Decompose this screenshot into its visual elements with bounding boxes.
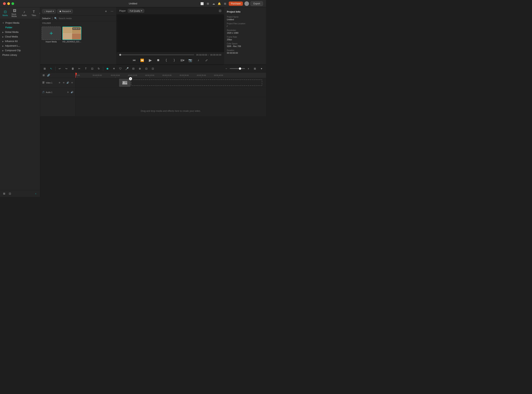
tab-stock-media[interactable]: 🖼 Stock Media <box>10 8 20 18</box>
sidebar-item-photos-library[interactable]: Photos Library <box>0 53 40 57</box>
lock-track-button[interactable]: 👁 <box>62 81 65 84</box>
undo-button[interactable]: ↩ <box>57 66 62 71</box>
crop-tool[interactable]: ⊡ <box>90 66 95 71</box>
add-track-button[interactable]: ⊞ <box>42 73 46 77</box>
sidebar-item-project-media[interactable]: ▼ Project Media <box>0 21 40 25</box>
export-button[interactable]: Export <box>251 1 263 6</box>
close-button[interactable] <box>3 2 6 5</box>
mark-out-button[interactable]: } <box>172 57 177 63</box>
subtitle-icon[interactable]: ⬜ <box>200 1 204 6</box>
user-avatar[interactable] <box>244 1 249 6</box>
hide-track-button[interactable]: 👁 <box>70 81 74 84</box>
purchase-button[interactable]: Purchase <box>229 1 243 6</box>
collapse-sidebar-button[interactable]: ‹ <box>33 191 38 196</box>
search-input[interactable] <box>59 17 114 20</box>
record-button[interactable]: ⏺ Record ▾ <box>57 9 73 14</box>
more-options-icon[interactable]: ⋯ <box>109 9 114 14</box>
mute-track-button[interactable]: 🔊 <box>66 81 70 84</box>
player-expand-icon[interactable]: ⊡ <box>219 9 221 13</box>
sidebar-item-compound-clip[interactable]: ▶ Compound Clip <box>0 48 40 53</box>
progress-handle[interactable] <box>119 54 121 56</box>
video-media-item[interactable]: 00:00:03 VID_20240913_015155 <box>62 26 81 63</box>
detach-tool[interactable]: ⊟ <box>131 66 136 71</box>
tab-media[interactable]: ⊡ Media <box>0 9 10 17</box>
audio-button[interactable]: ♪ <box>196 57 201 63</box>
zoom-slider[interactable] <box>230 68 245 69</box>
sidebar-item-adjustment[interactable]: ▶ Adjustment L... <box>0 44 40 48</box>
add-button[interactable]: ⊡ <box>8 191 12 196</box>
sidebar-bottom-bar: ⊞ ⊡ ‹ <box>0 190 40 197</box>
vp-cell-3 <box>63 33 72 40</box>
delete-button[interactable]: 🗑 <box>70 66 76 71</box>
import-button[interactable]: ↓ Import ▾ <box>42 9 56 14</box>
screen-record-icon[interactable]: ⊞ <box>206 1 210 6</box>
info-color-space: Color Space: SDR - Rec.709 <box>227 43 263 47</box>
add-audio-track-button[interactable]: ⊕ <box>66 91 70 94</box>
clip-grid-tool[interactable]: ⊞ <box>42 66 47 71</box>
link-button[interactable]: 🔗 <box>47 73 51 77</box>
tab-audio[interactable]: ♪ Audio <box>20 9 29 17</box>
select-tool[interactable]: ↖ <box>49 66 54 71</box>
stop-button[interactable]: ⏹ <box>155 57 161 63</box>
skip-back-button[interactable]: ⏮ <box>131 57 137 63</box>
chevron-right-icon: ▶ <box>2 45 4 47</box>
layout-button[interactable]: ⊞ <box>252 66 258 71</box>
quality-dropdown[interactable]: Full Quality ▾ <box>128 9 144 13</box>
redo-button[interactable]: ↪ <box>64 66 69 71</box>
sidebar-item-global-media[interactable]: ▶ Global Media <box>0 30 40 34</box>
audio-track-row: 🎵 Audio 1 ⊕ 🔊 <box>40 88 75 97</box>
chevron-right-icon: ▶ <box>2 36 4 38</box>
chevron-down-icon: ▼ <box>2 22 4 24</box>
add-to-timeline-button[interactable]: ⊞▾ <box>180 57 185 63</box>
filter-dropdown[interactable]: Default ▾ <box>42 17 51 20</box>
step-back-button[interactable]: ⏪ <box>139 57 145 63</box>
snap-tool[interactable]: ☀ <box>111 66 117 71</box>
shield-tool[interactable]: 🛡 <box>118 66 123 71</box>
ripple-tool[interactable]: ⊕ <box>137 66 143 71</box>
mic-tool[interactable]: 🎤 <box>124 66 129 71</box>
chevron-right-icon: ▶ <box>2 50 4 52</box>
cloud-icon[interactable]: ☁ <box>212 1 216 6</box>
sidebar-item-folder[interactable]: Folder <box>0 25 40 30</box>
top-area: ↓ Import ▾ ⏺ Record ▾ ≡ ⋯ <box>40 7 266 65</box>
media-browser: ↓ Import ▾ ⏺ Record ▾ ≡ ⋯ <box>40 7 117 64</box>
play-button[interactable]: ▶ <box>148 57 153 63</box>
notification-icon[interactable]: 🔔 <box>217 1 222 6</box>
import-media-item[interactable]: + Import Media <box>42 26 61 63</box>
zoom-in-button[interactable]: + <box>246 66 251 71</box>
center-right-area: ↓ Import ▾ ⏺ Record ▾ ≡ ⋯ <box>40 7 266 197</box>
mute-audio-button[interactable]: 🔊 <box>70 91 74 94</box>
filter-icon[interactable]: ≡ <box>103 9 108 14</box>
media-toolbar: ↓ Import ▾ ⏺ Record ▾ ≡ ⋯ <box>40 7 116 16</box>
snapshot-button[interactable]: 📷 <box>188 57 193 63</box>
more-button[interactable]: ▾ <box>259 66 264 71</box>
progress-bar[interactable] <box>119 54 194 55</box>
new-folder-button[interactable]: ⊞ <box>2 191 6 196</box>
fullscreen-button[interactable]: ⤢ <box>204 57 209 63</box>
text-tool[interactable]: T <box>83 66 88 71</box>
info-files-location: Project Files Location: / <box>227 23 263 27</box>
split-tool[interactable]: ⊡ <box>144 66 149 71</box>
maximize-button[interactable] <box>11 2 14 5</box>
audio-icon: ♪ <box>24 10 25 14</box>
pip-tool[interactable]: ⊡ <box>150 66 155 71</box>
sidebar-tree: ▼ Project Media Folder ▶ Global Media ▶ … <box>0 19 40 190</box>
ruler-mark-5: 00:00:25:00 <box>162 74 172 78</box>
record-tool[interactable]: ⏺ <box>105 66 110 71</box>
zoom-handle[interactable] <box>239 67 241 70</box>
rotate-tool[interactable]: ↻ <box>96 66 102 71</box>
add-media-track-button[interactable]: ⊕ <box>58 81 61 84</box>
media-tabs: ⊡ Media 🖼 Stock Media ♪ Audio T Titles › <box>0 7 40 19</box>
tab-titles[interactable]: T Titles <box>29 9 39 17</box>
playhead[interactable] <box>76 73 76 78</box>
cut-button[interactable]: ✂ <box>77 66 82 71</box>
zoom-out-button[interactable]: − <box>224 66 229 71</box>
sidebar-item-influence-kit[interactable]: ▶ Influence Kit <box>0 39 40 44</box>
minimize-button[interactable] <box>7 2 10 5</box>
media-placeholder[interactable]: + <box>119 79 130 87</box>
mark-in-button[interactable]: { <box>164 57 169 63</box>
ruler-mark-0: 00:00 <box>76 74 80 78</box>
sidebar-item-cloud-media[interactable]: ▶ Cloud Media <box>0 34 40 39</box>
tabs-chevron-icon[interactable]: › <box>39 11 40 16</box>
grid-icon[interactable]: ⊞ <box>223 1 227 6</box>
